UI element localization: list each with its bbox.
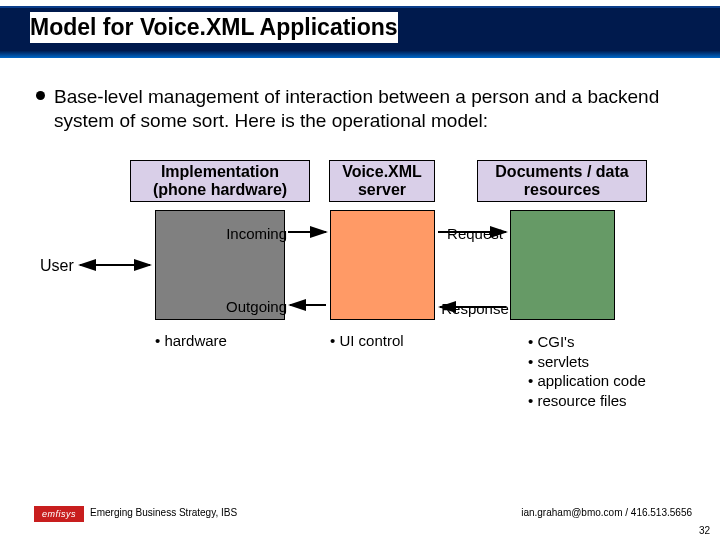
label-documents: Documents / data resources — [477, 160, 647, 202]
resource-item: application code — [528, 371, 646, 391]
footer-right: ian.graham@bmo.com / 416.513.5656 — [521, 507, 692, 518]
block-vxml — [330, 210, 435, 320]
bullet-icon — [36, 91, 45, 100]
label-vxml-server: Voice.XML server — [329, 160, 435, 202]
slide-number: 32 — [699, 525, 710, 536]
label-incoming: Incoming — [197, 225, 287, 242]
label-user: User — [40, 257, 74, 275]
label-response: Response — [435, 300, 515, 317]
label-request: Request — [440, 225, 510, 242]
resource-list: CGI's servlets application code resource… — [528, 332, 646, 410]
sub-hardware: • hardware — [155, 332, 227, 349]
logo: emfisys — [34, 506, 84, 522]
main-bullet: Base-level management of interaction bet… — [36, 85, 676, 133]
label-outgoing: Outgoing — [197, 298, 287, 315]
sub-uicontrol: • UI control — [330, 332, 404, 349]
resource-item: servlets — [528, 352, 646, 372]
label-implementation: Implementation (phone hardware) — [130, 160, 310, 202]
block-documents — [510, 210, 615, 320]
slide-title: Model for Voice.XML Applications — [30, 12, 398, 43]
resource-item: resource files — [528, 391, 646, 411]
footer-left: Emerging Business Strategy, IBS — [90, 507, 237, 518]
resource-item: CGI's — [528, 332, 646, 352]
bullet-text: Base-level management of interaction bet… — [54, 85, 676, 133]
